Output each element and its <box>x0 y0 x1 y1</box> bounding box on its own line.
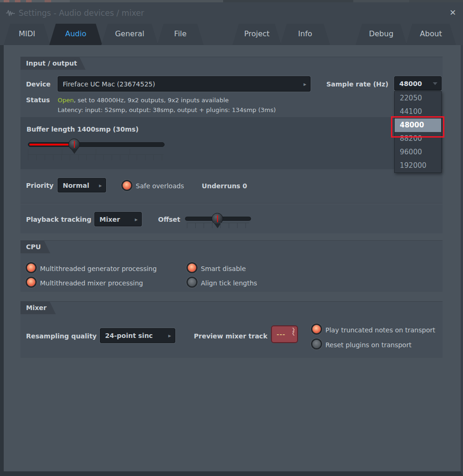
multithreaded-mixer-label: Multithreaded mixer processing <box>40 279 143 287</box>
device-value: Fireface UC Mac (23674525) <box>63 80 155 88</box>
close-icon[interactable]: ✕ <box>448 8 457 17</box>
chevron-down-icon <box>433 82 437 85</box>
resampling-quality-select[interactable]: 24-point sinc ▸ <box>100 328 175 343</box>
multithreaded-generator-label: Multithreaded generator processing <box>40 265 157 272</box>
sample-rate-option-192000[interactable]: 192000 <box>395 159 441 172</box>
tab-about[interactable]: About <box>406 24 456 45</box>
multithreaded-mixer-radio[interactable] <box>27 278 35 286</box>
status-rest: , set to 48000Hz, 9x2 outputs, 9x2 input… <box>74 97 229 104</box>
sample-rate-select[interactable]: 48000 <box>394 76 442 91</box>
sample-rate-value: 48000 <box>399 80 422 87</box>
buffer-slider-fill <box>29 144 74 145</box>
right-arrow-icon: ▸ <box>99 182 102 189</box>
title-bar: Settings - Audio devices / mixer ✕ <box>0 2 463 23</box>
section-mixer: Mixer Resampling quality 24-point sinc ▸… <box>20 301 443 358</box>
section-header-mixer: Mixer <box>20 302 56 314</box>
section-header-cpu: CPU <box>20 241 50 253</box>
divider <box>20 203 443 204</box>
playback-tracking-label: Playback tracking <box>26 216 92 223</box>
preview-mixer-track-value: --- <box>277 331 285 338</box>
align-tick-lengths-label: Align tick lengths <box>201 279 257 287</box>
play-truncated-notes-label: Play truncated notes on transport <box>325 326 435 334</box>
section-input-output: Input / output Device Fireface UC Mac (2… <box>20 57 443 233</box>
sample-rate-option-22050[interactable]: 22050 <box>395 92 441 105</box>
status-line1: Open, set to 48000Hz, 9x2 outputs, 9x2 i… <box>58 97 229 104</box>
play-truncated-notes-radio[interactable] <box>312 325 321 333</box>
sample-rate-dropdown-list: 22050 44100 48000 88200 96000 192000 <box>394 91 442 173</box>
priority-label: Priority <box>26 182 53 189</box>
playback-tracking-value: Mixer <box>99 216 120 223</box>
preview-mixer-track-label: Preview mixer track <box>194 332 267 340</box>
tab-midi[interactable]: MIDI <box>4 24 50 45</box>
settings-window: Settings - Audio devices / mixer ✕ MIDI … <box>0 0 463 476</box>
resampling-quality-label: Resampling quality <box>26 332 97 340</box>
sample-rate-option-96000[interactable]: 96000 <box>395 145 441 159</box>
status-label: Status <box>26 96 50 104</box>
section-cpu: CPU Multithreaded generator processing M… <box>20 240 443 292</box>
sample-rate-label: Sample rate (Hz) <box>326 80 388 88</box>
tab-bar: MIDI Audio General File Project Info Deb… <box>0 23 463 45</box>
buffer-band: Buffer length 1400smp (30ms) <box>20 117 443 169</box>
offset-slider-ruler <box>187 223 249 228</box>
waveform-icon <box>6 9 16 17</box>
window-title: Settings - Audio devices / mixer <box>19 8 144 18</box>
preview-mixer-track-button[interactable]: --- ❯❮ <box>271 325 298 343</box>
device-label: Device <box>26 80 51 88</box>
stepper-arrows-icon: ❯❮ <box>291 328 295 335</box>
underruns-label: Underruns 0 <box>202 182 247 190</box>
buffer-slider-ruler <box>28 149 164 160</box>
priority-select[interactable]: Normal ▸ <box>58 178 106 192</box>
reset-plugins-label: Reset plugins on transport <box>325 341 411 349</box>
offset-label: Offset <box>158 216 180 223</box>
status-latency: Latency: input: 52smp, output: 38smp, ou… <box>58 106 276 113</box>
right-arrow-icon: ▸ <box>304 81 306 87</box>
tab-info[interactable]: Info <box>280 24 330 45</box>
safe-overloads-label: Safe overloads <box>136 182 184 190</box>
right-arrow-icon: ▸ <box>168 332 171 339</box>
tab-debug[interactable]: Debug <box>356 24 407 45</box>
priority-value: Normal <box>63 182 89 189</box>
sample-rate-option-44100[interactable]: 44100 <box>395 105 441 119</box>
tab-general[interactable]: General <box>101 24 158 45</box>
tab-file[interactable]: File <box>157 24 204 45</box>
status-open: Open <box>58 97 74 104</box>
buffer-slider-track[interactable] <box>28 142 165 147</box>
tab-project[interactable]: Project <box>232 24 281 45</box>
playback-tracking-select[interactable]: Mixer ▸ <box>94 212 142 226</box>
buffer-length-label: Buffer length 1400smp (30ms) <box>26 126 139 133</box>
align-tick-lengths-radio[interactable] <box>188 278 196 286</box>
device-select[interactable]: Fireface UC Mac (23674525) ▸ <box>58 76 311 92</box>
resampling-quality-value: 24-point sinc <box>105 332 153 339</box>
tab-audio[interactable]: Audio <box>49 24 102 45</box>
multithreaded-generator-radio[interactable] <box>27 264 35 272</box>
smart-disable-label: Smart disable <box>201 265 246 272</box>
sample-rate-option-88200[interactable]: 88200 <box>395 132 441 145</box>
safe-overloads-radio[interactable] <box>123 181 131 190</box>
right-arrow-icon: ▸ <box>135 216 138 223</box>
smart-disable-radio[interactable] <box>188 264 196 272</box>
section-header-io: Input / output <box>20 57 86 70</box>
reset-plugins-radio[interactable] <box>312 340 321 348</box>
sample-rate-option-48000[interactable]: 48000 <box>395 119 441 132</box>
dialog-body: Input / output Device Fireface UC Mac (2… <box>0 45 463 476</box>
